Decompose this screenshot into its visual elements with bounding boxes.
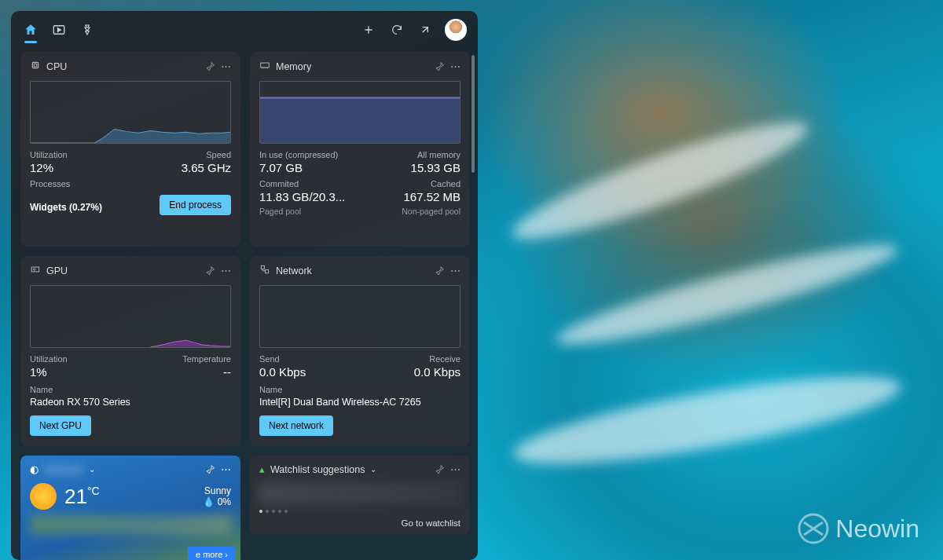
pin-icon[interactable]	[205, 61, 215, 71]
play-tab-icon[interactable]	[50, 21, 68, 38]
cpu-title: CPU	[46, 61, 67, 72]
more-icon[interactable]: ⋯	[450, 265, 460, 276]
network-widget: Network ⋯ Send Receive 0.0 Kbps 0.0 Kbps…	[250, 256, 470, 446]
gpu-util-label: Utilization	[30, 354, 130, 364]
gpu-icon	[30, 264, 41, 277]
chevron-down-icon[interactable]: ⌄	[370, 465, 376, 474]
more-icon[interactable]: ⋯	[450, 60, 460, 72]
network-chart	[259, 285, 460, 348]
cpu-top-process: Widgets (0.27%)	[30, 202, 102, 213]
more-icon[interactable]: ⋯	[221, 60, 231, 72]
weather-condition: Sunny	[203, 485, 231, 496]
svg-rect-6	[260, 97, 460, 99]
pin-icon[interactable]	[435, 265, 445, 276]
svg-rect-5	[260, 97, 460, 144]
widgets-panel: CPU ⋯ Utilization Speed 12% 3.65 GHz	[11, 11, 478, 560]
net-recv-value: 0.0 Kbps	[360, 365, 460, 379]
net-send-label: Send	[259, 354, 360, 364]
memory-title: Memory	[276, 61, 311, 72]
memory-chart	[259, 81, 460, 144]
mem-inuse-label: In use (compressed)	[259, 150, 360, 159]
watchlist-title: Watchlist suggestions	[270, 464, 365, 475]
stock-up-icon: ▴	[259, 463, 265, 475]
mem-nonpaged-label: Non-paged pool	[402, 207, 460, 216]
net-name-value: Intel[R] Dual Band Wireless-AC 7265	[259, 397, 460, 408]
gpu-name-label: Name	[30, 385, 231, 394]
pin-icon[interactable]	[435, 61, 445, 71]
mem-all-value: 15.93 GB	[360, 161, 460, 174]
see-more-button[interactable]: e more ›	[188, 547, 236, 560]
weather-precip: 💧 0%	[203, 496, 231, 507]
network-icon	[259, 264, 270, 277]
cpu-icon	[30, 60, 41, 73]
svg-rect-9	[261, 265, 264, 269]
profile-avatar[interactable]	[445, 19, 467, 41]
cpu-util-label: Utilization	[30, 150, 130, 159]
more-icon[interactable]: ⋯	[450, 463, 460, 475]
cpu-chart	[30, 81, 231, 144]
net-send-value: 0.0 Kbps	[259, 365, 360, 379]
mem-all-label: All memory	[360, 150, 460, 159]
net-recv-label: Receive	[360, 354, 460, 364]
mem-cached-value: 167.52 MB	[360, 190, 460, 203]
mem-inuse-value: 7.07 GB	[259, 161, 360, 174]
add-widget-icon[interactable]	[360, 21, 377, 38]
expand-icon[interactable]	[416, 21, 434, 38]
memory-widget: Memory ⋯ In use (compressed) All memory …	[250, 52, 470, 247]
cpu-util-value: 12%	[30, 161, 130, 174]
scrollbar[interactable]	[472, 55, 475, 173]
gpu-util-value: 1%	[30, 365, 130, 379]
pin-icon[interactable]	[205, 265, 215, 276]
gpu-temp-value: --	[130, 365, 231, 379]
home-tab-icon[interactable]	[22, 21, 39, 38]
cpu-speed-label: Speed	[130, 150, 231, 159]
net-name-label: Name	[259, 385, 460, 394]
mem-committed-value: 11.83 GB/20.3...	[259, 190, 360, 203]
svg-rect-2	[33, 63, 39, 68]
sun-icon	[30, 483, 57, 510]
mem-committed-label: Commited	[259, 179, 360, 188]
memory-icon	[259, 60, 270, 73]
weather-temp: 21°C	[64, 485, 100, 509]
go-to-watchlist-link[interactable]: Go to watchlist	[402, 518, 460, 528]
gpu-chart	[30, 285, 231, 348]
gpu-widget: GPU ⋯ Utilization Temperature 1% --	[20, 256, 240, 446]
watchlist-content-blurred	[259, 481, 460, 505]
widgets-toolbar	[11, 11, 478, 46]
mem-paged-label: Paged pool	[259, 207, 301, 216]
weather-forecast-blurred	[30, 514, 231, 535]
cpu-widget: CPU ⋯ Utilization Speed 12% 3.65 GHz	[20, 52, 240, 247]
next-gpu-button[interactable]: Next GPU	[30, 415, 91, 436]
weather-circle-icon: ◐	[30, 463, 39, 475]
weather-location-blurred	[44, 464, 83, 475]
cpu-speed-value: 3.65 GHz	[130, 161, 231, 174]
pagination-dots[interactable]	[259, 510, 460, 513]
refresh-icon[interactable]	[388, 21, 405, 38]
network-title: Network	[276, 265, 312, 276]
gpu-title: GPU	[46, 265, 68, 276]
mem-cached-label: Cached	[360, 179, 460, 188]
watermark: Neowin	[798, 513, 919, 544]
weather-widget: ◐ ⌄ ⋯ 21°C Sunny 💧 0% e	[20, 456, 240, 560]
next-network-button[interactable]: Next network	[259, 415, 333, 436]
chevron-down-icon[interactable]: ⌄	[89, 465, 95, 474]
more-icon[interactable]: ⋯	[221, 463, 231, 475]
pin-icon[interactable]	[205, 464, 215, 474]
games-tab-icon[interactable]	[79, 21, 96, 38]
end-process-button[interactable]: End process	[160, 195, 231, 215]
cpu-processes-label: Processes	[30, 179, 231, 188]
widgets-scroll-area[interactable]: CPU ⋯ Utilization Speed 12% 3.65 GHz	[11, 46, 478, 560]
svg-rect-10	[266, 270, 269, 273]
svg-rect-3	[34, 64, 37, 67]
svg-rect-4	[261, 63, 270, 68]
pin-icon[interactable]	[435, 464, 445, 474]
gpu-name-value: Radeon RX 570 Series	[30, 397, 231, 408]
watchlist-widget: ▴ Watchlist suggestions ⌄ ⋯ Go to watchl…	[250, 456, 470, 534]
gpu-temp-label: Temperature	[130, 354, 231, 364]
svg-point-8	[34, 269, 35, 270]
more-icon[interactable]: ⋯	[221, 265, 231, 276]
